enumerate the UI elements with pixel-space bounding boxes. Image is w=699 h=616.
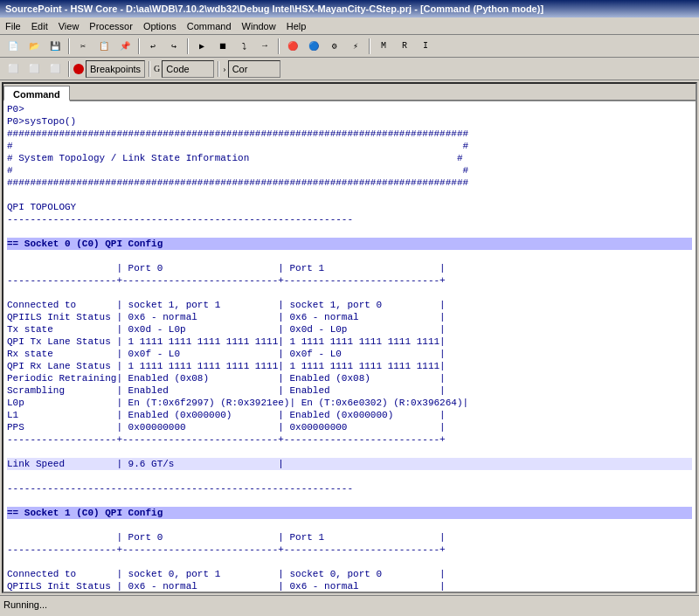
content-line (7, 287, 692, 299)
content-line: -------------------+--------------------… (7, 274, 692, 287)
breakpoints-label[interactable]: Breakpoints (86, 60, 145, 78)
content-line: Rx state | 0x0f - L0 | 0x0f - L0 | (7, 348, 692, 360)
tb-bp3[interactable]: ⚙ (325, 38, 344, 55)
code-icon: G (154, 64, 160, 73)
content-line: == Socket 1 (C0) QPI Config (7, 507, 692, 519)
tb2-sep3 (218, 61, 219, 77)
menu-options[interactable]: Options (138, 19, 182, 33)
content-line (7, 470, 692, 482)
content-line (7, 225, 692, 238)
content-area[interactable]: P0>P0>sysTopo()#########################… (3, 101, 696, 592)
content-line: -------------------+--------------------… (7, 543, 692, 556)
cor-label[interactable]: Cor (228, 60, 280, 78)
title-bar: SourcePoint - HSW Core - D:\aa\WDB\7.10.… (0, 0, 699, 17)
tb-sep3 (187, 38, 189, 54)
content-line: | Port 0 | Port 1 | (7, 531, 692, 543)
tb-io[interactable]: I (416, 38, 435, 55)
tb-bp2[interactable]: 🔵 (304, 38, 323, 55)
tb2-sep2 (149, 61, 150, 77)
content-line: QPIILS Init Status | 0x6 - normal | 0x6 … (7, 580, 692, 592)
tb2-3[interactable]: ⬜ (45, 60, 65, 78)
content-line: P0>sysTopo() (7, 115, 692, 128)
content-line: | Port 0 | Port 1 | (7, 262, 692, 274)
tb-bp1[interactable]: 🔴 (283, 38, 302, 55)
content-line (7, 495, 692, 507)
content-line: Tx state | 0x0d - L0p | 0x0d - L0p | (7, 323, 692, 336)
tab-command[interactable]: Command (3, 86, 70, 101)
tb2-2[interactable]: ⬜ (24, 60, 44, 78)
tb-bp4[interactable]: ⚡ (346, 38, 365, 55)
content-line: ----------------------------------------… (7, 482, 692, 495)
content-line (7, 519, 692, 531)
content-line: QPIILS Init Status | 0x6 - normal | 0x6 … (7, 311, 692, 323)
toolbar-2: ⬜ ⬜ ⬜ Breakpoints G Code › Cor (0, 58, 699, 80)
content-line: L1 | Enabled (0x000000) | Enabled (0x000… (7, 409, 692, 421)
tb-reg[interactable]: R (395, 38, 414, 55)
tb-sep4 (278, 38, 280, 54)
tb-paste[interactable]: 📌 (115, 38, 135, 55)
breakpoints-icon (73, 64, 84, 74)
tb-undo[interactable]: ↩ (143, 38, 163, 55)
code-label[interactable]: Code (162, 60, 214, 78)
tb2-sep1 (68, 61, 70, 77)
content-line: # # (7, 164, 692, 176)
menu-window[interactable]: Window (237, 19, 281, 33)
menu-command[interactable]: Command (182, 19, 237, 33)
menu-help[interactable]: Help (281, 19, 312, 33)
title-text: SourcePoint - HSW Core - D:\aa\WDB\7.10.… (5, 3, 543, 14)
content-line: L0p | En (T:0x6f2997) (R:0x3921ee)| En (… (7, 397, 692, 409)
tb-mem[interactable]: M (374, 38, 393, 55)
tb-step[interactable]: ⤵ (234, 38, 253, 55)
status-text: Running... (3, 599, 47, 610)
tb-sep2 (138, 38, 140, 54)
tb-new[interactable]: 📄 (3, 38, 23, 55)
content-line: == Socket 0 (C0) QPI Config (7, 238, 692, 250)
content-line (7, 446, 692, 458)
content-line (7, 556, 692, 568)
content-line: Scrambling | Enabled | Enabled | (7, 384, 692, 397)
content-line: QPI TOPOLOGY (7, 201, 692, 213)
tb-redo[interactable]: ↪ (164, 38, 183, 55)
content-line: QPI Rx Lane Status | 1 1111 1111 1111 11… (7, 360, 692, 372)
content-line (7, 189, 692, 201)
tb-sep5 (369, 38, 370, 54)
tb-next[interactable]: → (255, 38, 274, 55)
content-line: PPS | 0x00000000 | 0x00000000 | (7, 421, 692, 433)
tb-open[interactable]: 📂 (24, 38, 44, 55)
content-line (7, 250, 692, 262)
toolbar-1: 📄 📂 💾 ✂ 📋 📌 ↩ ↪ ▶ ⏹ ⤵ → 🔴 🔵 ⚙ ⚡ M R I (0, 35, 699, 58)
tb-copy[interactable]: 📋 (94, 38, 114, 55)
menu-file[interactable]: File (0, 19, 26, 33)
tab-bar: Command (3, 84, 696, 101)
menu-processor[interactable]: Processor (84, 19, 138, 33)
content-line: P0> (7, 103, 692, 115)
content-line: ----------------------------------------… (7, 213, 692, 225)
menu-view[interactable]: View (53, 19, 85, 33)
tb-save[interactable]: 💾 (45, 38, 65, 55)
menu-bar: File Edit View Processor Options Command… (0, 17, 699, 35)
content-line: Connected to | socket 1, port 1 | socket… (7, 299, 692, 311)
content-line: # # (7, 140, 692, 152)
status-bar: Running... (0, 595, 699, 613)
content-line: Connected to | socket 0, port 1 | socket… (7, 568, 692, 580)
content-line: ########################################… (7, 176, 692, 189)
tb-sep1 (68, 38, 70, 54)
tb-cut[interactable]: ✂ (73, 38, 93, 55)
content-line: -------------------+--------------------… (7, 433, 692, 446)
content-line: # System Topology / Link State Informati… (7, 152, 692, 164)
cmd-window: Command P0>P0>sysTopo()#################… (2, 82, 697, 593)
tb-stop[interactable]: ⏹ (213, 38, 232, 55)
tb-run[interactable]: ▶ (192, 38, 211, 55)
menu-edit[interactable]: Edit (26, 19, 53, 33)
tb2-1[interactable]: ⬜ (3, 60, 23, 78)
content-line: Periodic Retraining| Enabled (0x08) | En… (7, 372, 692, 384)
content-line: QPI Tx Lane Status | 1 1111 1111 1111 11… (7, 336, 692, 348)
content-line: ########################################… (7, 128, 692, 140)
content-line: Link Speed | 9.6 GT/s | (7, 458, 692, 470)
